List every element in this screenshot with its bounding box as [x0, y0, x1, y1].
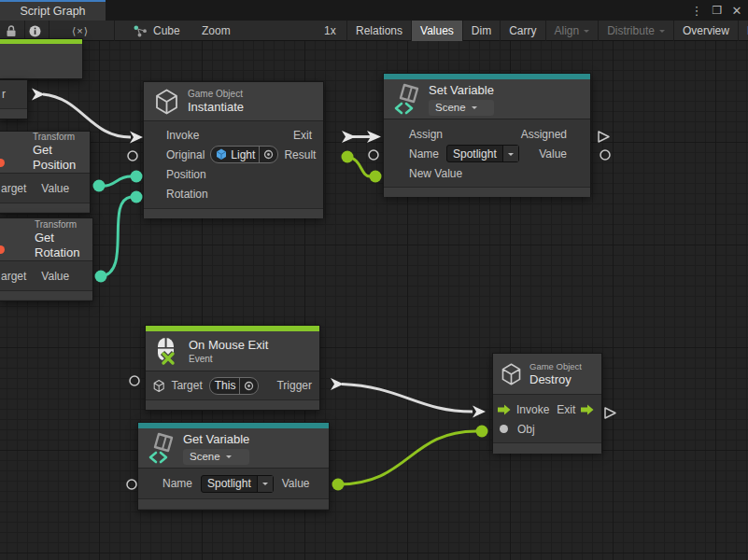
graph-breadcrumb[interactable]: Cube	[134, 21, 180, 41]
menu-dots-icon[interactable]: ⋮	[688, 1, 705, 20]
variables-icon	[146, 432, 176, 464]
flow-output-port[interactable]	[32, 89, 45, 101]
name-port-label: Name	[409, 147, 439, 161]
target-port-label: Target	[171, 379, 202, 392]
value-port-label: Value	[41, 270, 69, 283]
mouse-exit-icon	[155, 336, 179, 366]
newvalue-input-port[interactable]	[370, 171, 382, 183]
invoke-port-label: Invoke	[516, 403, 549, 416]
object-field-light[interactable]: Light	[210, 146, 278, 163]
node-category: Game Object	[529, 361, 582, 372]
distribute-dropdown[interactable]: Distribute	[598, 21, 673, 41]
target-port-label: arget	[1, 182, 26, 195]
object-field-this[interactable]: This	[209, 377, 260, 395]
invoke-input-port[interactable]	[473, 406, 486, 418]
zoom-label: Zoom	[202, 21, 231, 41]
node-destroy[interactable]: Game Object Destroy Invoke Exit	[492, 353, 602, 453]
graph-name: Cube	[153, 24, 180, 37]
script-graph-icon	[134, 25, 148, 37]
target-input-port[interactable]	[130, 376, 139, 385]
node-set-variable[interactable]: Set Variable Scene Assign Assigned Name …	[383, 73, 591, 197]
assigned-port-label: Assigned	[521, 128, 567, 141]
carry-button[interactable]: Carry	[500, 21, 544, 41]
node-title: Set Variable	[429, 83, 494, 98]
obj-port-icon[interactable]	[500, 425, 508, 433]
invoke-input-port[interactable]	[130, 132, 143, 144]
variables-icon	[391, 83, 421, 115]
cube-icon	[154, 89, 179, 115]
wire-value-to-obj	[338, 431, 476, 484]
align-dropdown[interactable]: Align	[545, 21, 599, 41]
tab-script-graph[interactable]: Script Graph	[0, 0, 106, 21]
graph-toolbar: ⟨×⟩ Cube Zoom 1x Relations Values Dim Ca…	[0, 21, 748, 41]
flow-arrow-icon[interactable]	[498, 404, 511, 415]
relations-button[interactable]: Relations	[346, 21, 411, 41]
object-picker-icon[interactable]	[259, 147, 277, 162]
node-title: Get Variable	[183, 432, 249, 447]
overview-button[interactable]: Overview	[673, 21, 738, 41]
exit-output-port[interactable]	[605, 408, 615, 418]
fullscreen-button[interactable]: Full Screen	[738, 21, 748, 41]
variable-name-dropdown[interactable]: Spotlight	[201, 475, 274, 493]
toolbar-button-group: Relations Values Dim Carry Align Distrib…	[346, 21, 748, 41]
node-title: Destroy	[529, 372, 582, 387]
node-on-mouse-exit[interactable]: On Mouse Exit Event Target This	[145, 325, 320, 411]
node-get-rotation[interactable]: Transform Get Rotation arget Value	[0, 217, 93, 301]
wire-getposition-to-position	[99, 176, 131, 186]
original-input-port[interactable]	[128, 151, 137, 161]
close-icon[interactable]: ✕	[728, 1, 745, 20]
trigger-output-port[interactable]	[331, 378, 344, 390]
value-port-label: Value	[282, 477, 310, 490]
value-output-port[interactable]	[600, 150, 610, 160]
exit-port-label: Exit	[557, 403, 575, 416]
node-title: Get Rotation	[35, 231, 92, 260]
flow-arrow-icon[interactable]	[581, 404, 594, 415]
value-output-port[interactable]	[332, 479, 345, 491]
wire-getrotation-to-rotation	[101, 197, 131, 276]
new-value-port-label: New Value	[409, 167, 462, 180]
result-output-port[interactable]	[342, 151, 354, 163]
node-get-variable[interactable]: Get Variable Scene Name Spotlight Value	[137, 422, 330, 511]
rotation-input-port[interactable]	[131, 191, 143, 203]
variable-kind-dropdown[interactable]: Scene	[429, 100, 494, 116]
node-partial-event[interactable]	[0, 38, 83, 79]
chevron-down-icon	[472, 106, 477, 112]
node-get-position[interactable]: Transform Get Position arget Value	[0, 131, 91, 214]
object-picker-icon[interactable]	[239, 378, 258, 394]
node-category: Transform	[33, 132, 90, 143]
node-instantiate[interactable]: Game Object Instantiate Invoke Exit Orig…	[143, 81, 324, 218]
connection-layer	[0, 41, 748, 560]
values-button[interactable]: Values	[411, 21, 462, 41]
wire-trigger-to-invoke	[342, 385, 473, 413]
trigger-port-label: Trigger	[276, 379, 312, 392]
cube-icon	[153, 378, 164, 394]
name-input-port[interactable]	[127, 480, 136, 489]
dim-button[interactable]: Dim	[462, 21, 500, 41]
value-port-label: Value	[539, 147, 567, 161]
exit-output-port[interactable]	[342, 131, 356, 143]
value-output-port[interactable]	[95, 271, 107, 283]
target-port-label: arget	[1, 270, 26, 283]
zoom-value: 1x	[324, 21, 336, 41]
variable-kind-dropdown[interactable]: Scene	[183, 449, 249, 465]
variable-name-dropdown[interactable]: Spotlight	[446, 145, 519, 162]
game-object-icon	[216, 148, 227, 161]
obj-input-port[interactable]	[476, 426, 488, 438]
node-title: Get Position	[33, 143, 90, 173]
assign-input-port[interactable]	[367, 131, 381, 143]
position-input-port[interactable]	[131, 171, 143, 183]
value-output-port[interactable]	[93, 180, 106, 192]
result-port-label: Result	[284, 148, 316, 161]
chevron-down-icon	[226, 455, 232, 461]
chevron-down-icon	[659, 30, 665, 35]
node-partial-row[interactable]: r	[0, 79, 28, 119]
name-input-port[interactable]	[369, 150, 378, 160]
assigned-output-port[interactable]	[599, 132, 609, 142]
position-port-label: Position	[166, 168, 206, 181]
tab-title: Script Graph	[20, 5, 85, 18]
maximize-icon[interactable]: ❒	[709, 1, 726, 20]
lock-icon	[6, 25, 17, 37]
cube-icon	[501, 363, 522, 385]
graph-canvas[interactable]: r Transform Get Position arget Value	[0, 41, 748, 560]
rotation-port-label: Rotation	[166, 188, 208, 201]
